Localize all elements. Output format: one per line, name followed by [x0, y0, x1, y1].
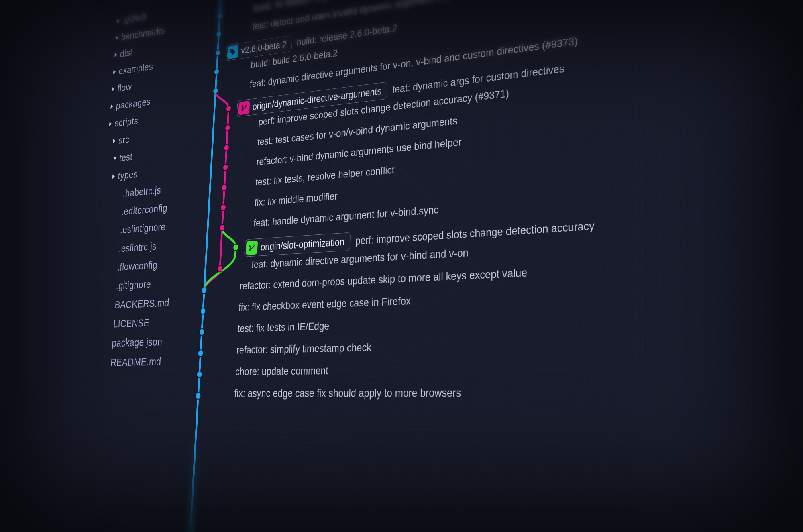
- svg-point-5: [213, 88, 218, 94]
- commit-row[interactable]: refactor: simplify timestamp check: [236, 342, 371, 355]
- svg-point-8: [224, 144, 229, 151]
- commit-message: fix: fix middle modifier: [254, 191, 338, 208]
- tree-item-label: LICENSE: [113, 313, 150, 334]
- commit-row[interactable]: fix: fix middle modifier: [254, 191, 338, 208]
- svg-point-23: [242, 109, 243, 111]
- svg-point-7: [225, 124, 230, 131]
- svg-point-25: [249, 245, 251, 247]
- tree-item-readme-md[interactable]: README.md: [90, 351, 185, 373]
- commit-message: perf: improve scoped slots change detect…: [355, 220, 595, 247]
- git-graph-panel[interactable]: build: build 2.6.0-beta.3build: fix feat…: [174, 0, 803, 532]
- svg-point-18: [198, 350, 204, 357]
- svg-point-20: [195, 392, 201, 399]
- commit-message: test: fix tests, resolve helper conflict: [255, 165, 395, 188]
- tree-item-label: README.md: [110, 352, 162, 372]
- tree-item-label: BACKERS.md: [114, 293, 170, 314]
- chevron-right-icon: [114, 52, 117, 57]
- svg-point-6: [226, 105, 232, 112]
- commit-row[interactable]: feat: handle dynamic argument for v-bind…: [253, 204, 439, 228]
- chevron-right-icon: [112, 87, 115, 92]
- svg-point-15: [202, 287, 207, 294]
- tree-item-backers-md[interactable]: BACKERS.md: [94, 292, 188, 315]
- commit-message: test: fix tests in IE/Edge: [237, 320, 329, 334]
- chevron-right-icon: [116, 35, 119, 40]
- svg-point-13: [233, 244, 238, 251]
- commit-message: fix: fix checkbox event edge case in Fir…: [238, 295, 411, 312]
- chevron-right-icon: [113, 139, 116, 143]
- commit-row[interactable]: fix: fix checkbox event edge case in Fir…: [238, 295, 411, 312]
- commit-message: refactor: extend dom-props update skip t…: [239, 267, 527, 291]
- commit-row[interactable]: fix: async edge case fix should apply to…: [234, 387, 461, 399]
- tree-item-label: .eslintignore: [120, 217, 166, 239]
- tree-item-label: .eslintrc.js: [118, 236, 157, 258]
- tree-item-license[interactable]: LICENSE: [93, 312, 188, 334]
- tree-item-label: types: [117, 165, 138, 185]
- svg-point-2: [216, 31, 221, 38]
- git-branch-icon: [238, 101, 250, 115]
- commit-message: feat: dynamic args for custom directives: [392, 63, 565, 95]
- commit-message: refactor: simplify timestamp check: [236, 342, 371, 355]
- svg-point-16: [200, 308, 206, 314]
- chevron-right-icon: [110, 104, 113, 109]
- svg-point-3: [215, 49, 220, 56]
- commit-row[interactable]: test: fix tests in IE/Edge: [237, 320, 329, 334]
- svg-point-4: [214, 69, 219, 75]
- chevron-right-icon: [112, 174, 115, 179]
- commit-message: feat: handle dynamic argument for v-bind…: [253, 204, 439, 228]
- svg-point-1: [217, 13, 222, 20]
- chevron-right-icon: [113, 157, 117, 160]
- svg-point-0: [218, 0, 223, 2]
- chevron-right-icon: [117, 18, 120, 23]
- tree-item-label: .gitignore: [116, 275, 152, 296]
- commit-message: chore: update comment: [235, 365, 328, 377]
- tree-item-label: .flowconfig: [117, 255, 158, 277]
- tree-item-label: src: [118, 130, 130, 149]
- commit-row[interactable]: test: fix tests, resolve helper conflict: [255, 165, 395, 188]
- svg-point-19: [196, 371, 202, 378]
- tree-item-label: scripts: [114, 112, 139, 132]
- chevron-right-icon: [109, 122, 112, 126]
- svg-point-24: [245, 105, 247, 106]
- branch-label: origin/slot-optimization: [260, 237, 344, 252]
- tag-label: v2.6.0-beta.2: [241, 39, 287, 55]
- tree-item-label: dist: [119, 44, 133, 63]
- commit-message: build: release 2.6.0-beta.2: [296, 23, 397, 47]
- editor-scene: .githubbenchmarksdistexamplesflowpackage…: [71, 0, 803, 532]
- tag-icon: [227, 45, 238, 59]
- svg-point-11: [220, 204, 226, 211]
- tree-item-package-json[interactable]: package.json: [92, 331, 186, 353]
- svg-point-14: [217, 265, 223, 272]
- svg-point-22: [242, 105, 243, 107]
- commit-row[interactable]: refactor: extend dom-props update skip t…: [239, 267, 527, 291]
- tree-item-label: flow: [117, 78, 132, 97]
- svg-point-9: [223, 164, 228, 171]
- branch-badge[interactable]: origin/slot-optimization: [244, 232, 351, 257]
- svg-point-10: [222, 184, 227, 191]
- svg-point-27: [253, 245, 255, 246]
- chevron-right-icon: [113, 69, 116, 74]
- svg-point-26: [249, 249, 251, 251]
- commit-row[interactable]: chore: update comment: [235, 365, 328, 377]
- tree-item-label: test: [119, 148, 133, 167]
- commit-message: fix: async edge case fix should apply to…: [234, 387, 461, 399]
- svg-point-12: [219, 224, 225, 231]
- tree-item-label: package.json: [111, 332, 163, 353]
- svg-point-17: [199, 328, 205, 335]
- git-branch-icon: [246, 241, 258, 255]
